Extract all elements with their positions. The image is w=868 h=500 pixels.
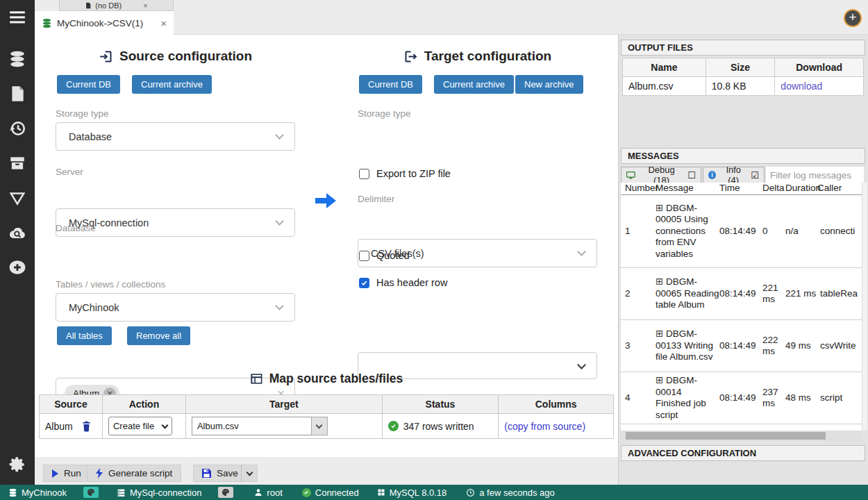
export-config-card: Source configuration Current DB Current … [35,35,618,457]
checkbox-unchecked[interactable] [359,251,369,261]
clock-icon [466,488,475,497]
tab-group-no-db[interactable]: (no DB) × [59,0,174,11]
action-cell: Create file [102,414,185,439]
statusbar-user: root [254,488,282,498]
bottom-toolbar: Run Generate script Save [35,457,618,485]
col-name: Name [623,58,706,77]
target-current-archive-button[interactable]: Current archive [434,75,514,94]
file-name: Album.csv [623,77,706,96]
output-files-header-row: Name Size Download [623,58,864,77]
palette-icon [87,488,95,497]
checkbox-unchecked[interactable] [359,169,369,179]
target-current-db-button[interactable]: Current DB [359,75,422,94]
settings-icon[interactable] [8,456,26,474]
map-table: Source Action Target Status Columns Albu… [39,394,614,439]
has-header-checkbox-row[interactable]: Has header row [359,277,447,288]
target-file-input[interactable] [192,417,311,435]
file-icon[interactable] [8,85,26,103]
table-icon [250,372,263,385]
source-current-db-button[interactable]: Current DB [57,75,120,94]
col-action: Action [102,395,185,414]
col-download: Download [775,58,864,77]
save-button[interactable]: Save [193,465,247,482]
db-color-button[interactable] [83,487,99,498]
download-link[interactable]: download [781,81,822,92]
file-size: 10.8 KB [706,77,775,96]
database-icon[interactable] [8,50,26,68]
checkbox-checked[interactable] [359,278,369,288]
col-target: Target [185,395,382,414]
transfer-arrow-icon [315,193,336,208]
close-icon[interactable]: × [143,1,147,10]
scrollbar-thumb[interactable] [626,432,826,440]
vertical-scrollbar[interactable] [862,183,867,431]
close-icon[interactable]: × [160,17,167,29]
has-header-label: Has header row [376,277,447,288]
file-icon [85,1,92,10]
quoted-checkbox-row[interactable]: Quoted [359,250,410,261]
log-row[interactable]: 1 ⊞ DBGM-00005 Using connections from EN… [621,195,862,268]
monitor-icon [626,172,635,179]
map-table-row: Album Create file 347 rows wr [40,414,614,439]
info-icon: i [708,171,716,179]
col-size: Size [706,58,775,77]
all-tables-button[interactable]: All tables [57,326,112,345]
chevron-down-icon [275,217,284,226]
archive-icon[interactable] [8,154,26,172]
log-row[interactable]: 3 ⊞ DBGM-00133 Writing file Album.csv 08… [621,320,862,372]
status-bar: MyChinook MySql-connection root Connecte… [0,485,868,500]
add-icon[interactable] [8,258,26,276]
source-storage-type-select[interactable]: Database [56,122,295,151]
menu-icon[interactable] [8,8,26,26]
info-filter-button[interactable]: i Info (4) ☑ [703,167,765,183]
right-panel: OUTPUT FILES Name Size Download Album.cs… [618,35,868,485]
col-status: Status [382,395,499,414]
tab-mychinook-csv[interactable]: MyChinook->CSV(1) × [35,11,174,35]
log-row[interactable]: 4 ⊞ DBGM-00014 Finished job script 08:14… [621,372,862,424]
chevron-down-icon [577,360,586,369]
database-select[interactable]: MyChinook [56,293,295,322]
messages-table: Number Message Time Delta Duration Calle… [621,183,862,431]
save-dropdown-button[interactable] [241,465,258,482]
source-cell: Album [40,414,103,439]
expand-icon[interactable]: ⊞ [656,276,666,287]
run-button[interactable]: Run [43,465,90,482]
chevron-down-icon [275,301,284,310]
output-files-header[interactable]: OUTPUT FILES [621,40,865,56]
export-zip-checkbox-row[interactable]: Export to ZIP file [359,168,451,179]
expand-icon[interactable]: ⊞ [656,203,666,213]
cloud-search-icon[interactable] [8,224,26,242]
col-source: Source [40,395,103,414]
statusbar-connection[interactable]: MySql-connection [117,488,201,498]
log-row[interactable]: 2 ⊞ DBGM-00065 Reading table Album 08:14… [621,268,862,320]
debug-filter-button[interactable]: Debug (18) ☐ [621,167,701,183]
horizontal-scrollbar[interactable] [621,431,862,441]
status-cell: 347 rows written [382,414,499,439]
target-dropdown-button[interactable] [311,417,328,435]
remove-all-button[interactable]: Remove all [127,326,190,345]
lightning-icon [96,468,103,478]
tab-label: MyChinook->CSV(1) [57,18,143,28]
success-check-icon [388,421,399,431]
trash-icon[interactable] [82,421,91,432]
generate-script-button[interactable]: Generate script [87,465,181,482]
connected-check-icon [302,488,311,497]
statusbar-updated: a few seconds ago [466,488,554,498]
advanced-config-header[interactable]: ADVANCED CONFIGURATION [621,445,865,461]
target-storage-type-label: Storage type [358,108,411,119]
filter-log-input[interactable] [766,167,864,183]
new-archive-button[interactable]: New archive [515,75,583,94]
expand-icon[interactable]: ⊞ [656,375,666,385]
new-tab-button[interactable]: + [844,9,862,27]
source-current-archive-button[interactable]: Current archive [132,75,212,94]
history-icon[interactable] [8,119,26,138]
quoted-label: Quoted [376,250,410,261]
expand-icon[interactable]: ⊞ [656,328,666,339]
connection-color-button[interactable] [218,487,233,498]
database-label: Database [56,223,96,233]
action-select[interactable]: Create file [108,417,172,435]
statusbar-database[interactable]: MyChinook [8,488,67,498]
messages-header[interactable]: MESSAGES [621,148,865,164]
filter-icon[interactable] [8,189,26,207]
copy-from-source-link[interactable]: (copy from source) [504,421,585,432]
